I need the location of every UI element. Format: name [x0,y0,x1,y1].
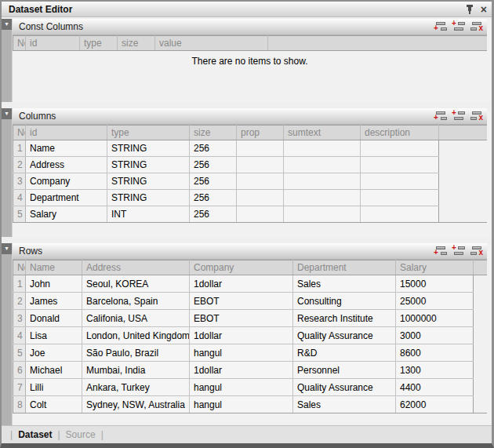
cell[interactable] [237,206,284,223]
column-header[interactable]: Salary [396,260,474,275]
cell[interactable]: James [26,293,82,310]
row-number-cell[interactable]: 4 [13,190,26,206]
cell[interactable]: 256 [190,140,237,157]
insert-row-icon[interactable]: + [452,21,466,32]
add-row-icon[interactable]: + [434,111,448,122]
cell[interactable]: 25000 [396,293,474,310]
cell[interactable] [361,157,439,173]
cell[interactable] [237,140,284,157]
cell[interactable]: 1dollar [190,362,293,379]
cell[interactable]: Califonia, USA [82,310,190,327]
tab-dataset[interactable]: Dataset [18,429,52,440]
cell[interactable] [237,173,284,190]
row-number-cell[interactable]: 5 [13,344,26,362]
insert-row-icon[interactable]: + [452,246,466,257]
cell[interactable]: 1dollar [190,275,293,293]
cell[interactable]: hangul [190,379,293,396]
cell[interactable]: Barcelona, Spain [82,293,190,310]
row-number-cell[interactable]: 8 [13,396,26,413]
cell[interactable]: STRING [107,190,190,206]
cell[interactable]: 1dollar [190,327,293,344]
row-number-cell[interactable]: 3 [13,310,26,327]
cell[interactable]: STRING [107,173,190,190]
cell[interactable]: Quality Assurance [293,327,396,344]
cell[interactable]: 4400 [396,379,474,396]
table-row[interactable]: 8ColtSydney, NSW, AustraliahangulSales62… [13,396,488,413]
column-header[interactable]: size [190,126,237,140]
column-header[interactable]: id [26,126,107,140]
column-header[interactable]: Address [82,260,190,275]
cell[interactable]: Colt [26,396,82,413]
column-header[interactable]: value [155,36,268,51]
cell[interactable] [284,140,361,157]
cell[interactable]: Name [26,140,107,157]
cell[interactable]: STRING [107,140,190,157]
cell[interactable]: Lisa [26,327,82,344]
cell[interactable]: São Paulo, Brazil [82,344,190,362]
collapse-arrow-icon[interactable]: ▾ [2,19,12,30]
column-header[interactable]: type [107,126,190,140]
cell[interactable] [284,190,361,206]
cell[interactable]: STRING [107,157,190,173]
collapse-arrow-icon[interactable]: ▾ [2,108,12,119]
row-number-cell[interactable]: 1 [13,140,26,157]
row-number-cell[interactable]: 6 [13,362,26,379]
delete-row-icon[interactable]: x [470,111,484,122]
cell[interactable]: 256 [190,173,237,190]
pin-button[interactable] [465,4,474,15]
add-row-icon[interactable]: + [434,246,448,257]
table-row[interactable]: 3CompanySTRING256 [13,173,488,190]
delete-row-icon[interactable]: x [470,21,484,32]
cell[interactable] [237,157,284,173]
cell[interactable]: Sydney, NSW, Australia [82,396,190,413]
cell[interactable]: Michael [26,362,82,379]
table-row[interactable]: 1NameSTRING256 [13,140,488,157]
cell[interactable]: EBOT [190,293,293,310]
cell[interactable]: Donald [26,310,82,327]
column-header[interactable]: No [13,36,26,51]
row-number-cell[interactable]: 2 [13,157,26,173]
column-header[interactable]: prop [237,126,284,140]
table-row[interactable]: 6MichaelMumbai, India1dollarPersonnel130… [13,362,488,379]
cell[interactable]: 8600 [396,344,474,362]
cell[interactable]: Sales [293,396,396,413]
row-number-cell[interactable]: 3 [13,173,26,190]
column-header[interactable]: Department [293,260,396,275]
column-header[interactable]: type [80,36,118,51]
cell[interactable]: Address [26,157,107,173]
table-row[interactable]: 5SalaryINT256 [13,206,488,223]
close-icon[interactable]: × [481,4,487,15]
tab-source[interactable]: Source [66,429,96,440]
cell[interactable] [284,206,361,223]
collapse-arrow-icon[interactable]: ▾ [2,243,12,254]
cell[interactable]: Research Institute [293,310,396,327]
cell[interactable] [284,173,361,190]
table-row[interactable]: 7LilliAnkara, TurkeyhangulQuality Assura… [13,379,488,396]
row-number-cell[interactable]: 1 [13,275,26,293]
cell[interactable]: Company [26,173,107,190]
table-row[interactable]: 2AddressSTRING256 [13,157,488,173]
table-row[interactable]: 3DonaldCalifonia, USAEBOTResearch Instit… [13,310,488,327]
table-row[interactable]: 1JohnSeoul, KOREA1dollarSales15000 [13,275,488,293]
cell[interactable]: 1300 [396,362,474,379]
row-number-cell[interactable]: 7 [13,379,26,396]
cell[interactable] [361,173,439,190]
column-header[interactable]: No [13,260,26,275]
cell[interactable]: hangul [190,396,293,413]
cell[interactable]: London, United Kingdom [82,327,190,344]
cell[interactable]: Lilli [26,379,82,396]
cell[interactable]: 15000 [396,275,474,293]
cell[interactable]: Sales [293,275,396,293]
table-row[interactable]: 5JoeSão Paulo, BrazilhangulR&D8600 [13,344,488,362]
column-header[interactable]: size [118,36,155,51]
cell[interactable]: 256 [190,206,237,223]
add-row-icon[interactable]: + [434,21,448,32]
insert-row-icon[interactable]: + [452,111,466,122]
cell[interactable]: 62000 [396,396,474,413]
cell[interactable]: Ankara, Turkey [82,379,190,396]
cell[interactable]: Consulting [293,293,396,310]
cell[interactable] [284,157,361,173]
column-header[interactable]: Name [26,260,82,275]
column-header[interactable]: Company [190,260,293,275]
row-number-cell[interactable]: 2 [13,293,26,310]
